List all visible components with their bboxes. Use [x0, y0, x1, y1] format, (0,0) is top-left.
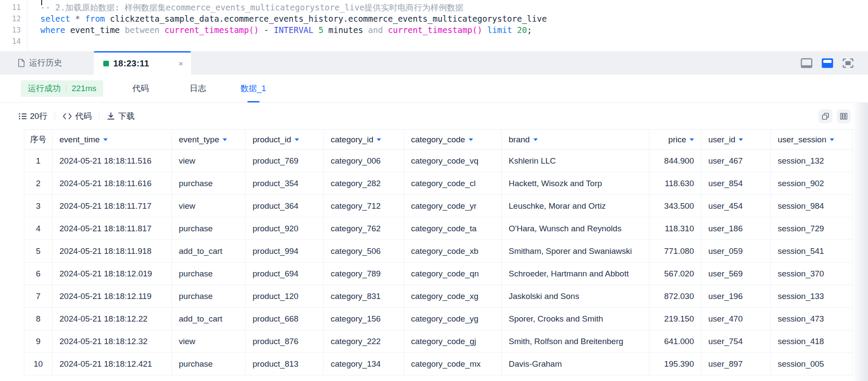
- column-label: category_id: [331, 135, 373, 145]
- cell-user_session: session_984: [771, 195, 853, 217]
- table-row[interactable]: 12024-05-21 18:18:11.516viewproduct_769c…: [24, 150, 853, 172]
- table-row[interactable]: 62024-05-21 18:18:12.019purchaseproduct_…: [24, 263, 853, 285]
- result-tab-18-23-11[interactable]: 18:23:11 ×: [94, 51, 191, 75]
- result-tab-label: 18:23:11: [113, 59, 149, 69]
- cell-product_id: product_668: [246, 308, 324, 330]
- cell-user_id: user_897: [701, 353, 771, 375]
- table-row[interactable]: 52024-05-21 18:18:11.918add_to_cartprodu…: [24, 240, 853, 263]
- sort-filter-icon[interactable]: [739, 138, 743, 141]
- table-row[interactable]: 102024-05-21 18:18:12.421purchaseproduct…: [24, 353, 853, 375]
- column-header-price[interactable]: price: [649, 130, 701, 150]
- cell-brand: Sporer, Crooks and Smith: [502, 308, 649, 330]
- view-code-button[interactable]: 代码: [62, 111, 92, 122]
- cell-user_session: session_370: [771, 263, 853, 285]
- result-subtab-log[interactable]: 日志: [190, 75, 206, 102]
- fullscreen-icon: [842, 58, 854, 68]
- cell-category_code: category_code_mx: [404, 353, 502, 375]
- column-settings-button[interactable]: [837, 109, 851, 123]
- cell-category_id: category_712: [324, 195, 404, 217]
- cell-user_session: session_132: [771, 150, 853, 172]
- code-text: -- 2.加载原始数据: 样例数据集ecommerce_events_multi…: [21, 2, 464, 13]
- column-label: 序号: [30, 134, 46, 145]
- status-badge: 运行成功 221ms: [21, 80, 103, 97]
- toolbar-divider: [55, 112, 55, 120]
- duration-text: 221ms: [72, 84, 96, 93]
- column-header-user_id[interactable]: user_id: [701, 130, 771, 150]
- copy-icon: [822, 112, 829, 120]
- sql-editor[interactable]: 11-- 2.加载原始数据: 样例数据集ecommerce_events_mul…: [0, 0, 868, 51]
- cell-event_type: purchase: [172, 217, 246, 240]
- column-header-event_time[interactable]: event_time: [53, 130, 172, 150]
- cell-product_id: product_769: [246, 150, 324, 172]
- sort-filter-icon[interactable]: [295, 138, 299, 141]
- sort-filter-icon[interactable]: [830, 138, 834, 141]
- cell-序号: 7: [24, 285, 53, 308]
- cell-category_code: category_code_vq: [404, 150, 502, 172]
- close-icon[interactable]: ×: [178, 59, 183, 68]
- cell-price: 343.500: [649, 195, 701, 217]
- table-row[interactable]: 42024-05-21 18:18:11.817purchaseproduct_…: [24, 217, 853, 240]
- layout-editor-only-button[interactable]: [801, 58, 812, 68]
- cell-user_id: user_854: [701, 172, 771, 195]
- column-header-product_id[interactable]: product_id: [246, 130, 324, 150]
- sort-filter-icon[interactable]: [690, 138, 694, 141]
- table-body: 12024-05-21 18:18:11.516viewproduct_769c…: [24, 150, 853, 375]
- cell-user_id: user_569: [701, 263, 771, 285]
- result-subtab-data1[interactable]: 数据_1: [240, 75, 266, 102]
- document-icon: [17, 59, 25, 67]
- cell-category_id: category_789: [324, 263, 404, 285]
- panel-split-active-icon: [822, 58, 833, 68]
- cell-category_id: category_156: [324, 308, 404, 330]
- line-number: 14: [0, 36, 21, 47]
- table-row[interactable]: 72024-05-21 18:18:12.119purchaseproduct_…: [24, 285, 853, 308]
- row-count-button[interactable]: 20行: [19, 111, 47, 122]
- cell-event_time: 2024-05-21 18:18:11.717: [53, 195, 172, 217]
- cell-brand: Jaskolski and Sons: [502, 285, 649, 308]
- cell-category_code: category_code_ta: [404, 217, 502, 240]
- code-line: 11-- 2.加载原始数据: 样例数据集ecommerce_events_mul…: [0, 2, 868, 13]
- cell-product_id: product_120: [246, 285, 324, 308]
- cell-category_id: category_222: [324, 330, 404, 353]
- line-number: 13: [0, 24, 21, 36]
- cell-event_time: 2024-05-21 18:18:12.32: [53, 330, 172, 353]
- column-header-user_session[interactable]: user_session: [771, 130, 853, 150]
- cell-event_time: 2024-05-21 18:18:12.119: [53, 285, 172, 308]
- run-history-label: 运行历史: [29, 57, 62, 69]
- cell-user_session: session_005: [771, 353, 853, 375]
- download-button[interactable]: 下载: [107, 111, 135, 122]
- sort-filter-icon[interactable]: [469, 138, 473, 141]
- cell-price: 872.030: [649, 285, 701, 308]
- sort-filter-icon[interactable]: [533, 138, 538, 141]
- column-header-brand[interactable]: brand: [502, 130, 649, 150]
- panel-layout-controls: [801, 51, 854, 75]
- cell-price: 118.630: [649, 172, 701, 195]
- line-number: 12: [0, 13, 21, 24]
- cell-category_code: category_code_qn: [404, 263, 502, 285]
- sort-filter-icon[interactable]: [223, 138, 227, 141]
- cell-序号: 9: [24, 330, 53, 353]
- table-row[interactable]: 32024-05-21 18:18:11.717viewproduct_364c…: [24, 195, 853, 217]
- table-header-row: 序号event_timeevent_typeproduct_idcategory…: [24, 130, 853, 150]
- column-header-category_code[interactable]: category_code: [404, 130, 502, 150]
- cell-price: 219.150: [649, 308, 701, 330]
- run-status-square-icon: [103, 61, 109, 66]
- table-row[interactable]: 92024-05-21 18:18:12.32viewproduct_876ca…: [24, 330, 853, 353]
- column-label: user_session: [778, 135, 826, 145]
- table-row[interactable]: 22024-05-21 18:18:11.616purchaseproduct_…: [24, 172, 853, 195]
- row-count-label: 20行: [30, 111, 47, 122]
- fullscreen-button[interactable]: [842, 58, 854, 68]
- copy-result-button[interactable]: [819, 109, 832, 123]
- sort-filter-icon[interactable]: [377, 138, 381, 141]
- table-row[interactable]: 82024-05-21 18:18:12.22add_to_cartproduc…: [24, 308, 853, 330]
- cell-event_time: 2024-05-21 18:18:12.019: [53, 263, 172, 285]
- sort-filter-icon[interactable]: [103, 138, 108, 141]
- result-subtab-code[interactable]: 代码: [132, 75, 149, 102]
- run-history-button[interactable]: 运行历史: [17, 51, 62, 75]
- cell-user_id: user_186: [701, 217, 771, 240]
- cell-product_id: product_920: [246, 217, 324, 240]
- layout-split-button[interactable]: [822, 58, 833, 68]
- column-header-event_type[interactable]: event_type: [172, 130, 246, 150]
- cell-event_type: purchase: [172, 353, 246, 375]
- column-header-category_id[interactable]: category_id: [324, 130, 404, 150]
- cell-product_id: product_694: [246, 263, 324, 285]
